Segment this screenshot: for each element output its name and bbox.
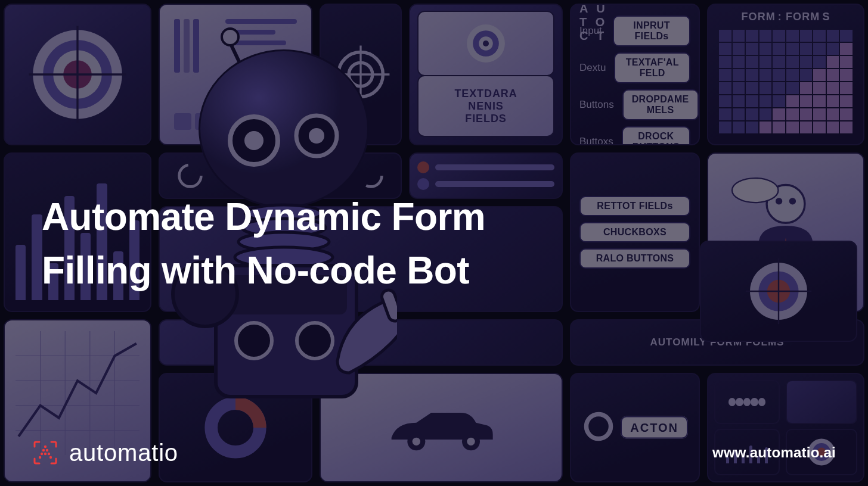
footer: automatio www.automatio.ai: [32, 437, 836, 468]
svg-point-67: [44, 446, 46, 448]
svg-point-70: [41, 453, 43, 455]
svg-point-73: [39, 456, 41, 459]
site-url: www.automatio.ai: [712, 444, 836, 461]
svg-point-69: [46, 449, 48, 451]
brand-name: automatio: [69, 440, 178, 466]
headline: Automate Dynamic Form Filling with No-co…: [42, 191, 558, 297]
svg-point-74: [49, 456, 52, 459]
svg-point-68: [42, 449, 45, 451]
svg-point-72: [48, 453, 50, 455]
svg-point-71: [44, 453, 46, 455]
brand-logo-icon: [32, 440, 58, 466]
brand: automatio: [32, 440, 178, 466]
hero-card: TEXTDARA NENIS FIELDS A U T O C T Input …: [0, 0, 868, 486]
